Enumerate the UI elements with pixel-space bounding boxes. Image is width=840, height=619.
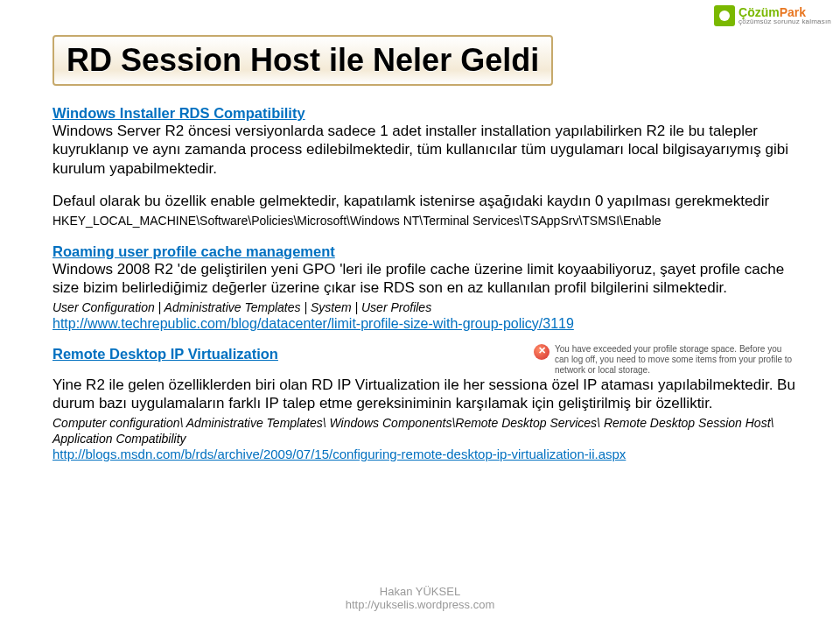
roaming-gpo-path: User Configuration | Administrative Temp… [52, 300, 796, 316]
title-box: RD Session Host ile Neler Geldi [52, 35, 553, 86]
roaming-url-link[interactable]: http://www.techrepublic.com/blog/datacen… [52, 316, 574, 331]
remoteip-p1: Yine R2 ile gelen özelliklerden biri ola… [52, 376, 796, 413]
error-icon [534, 344, 550, 360]
storage-warning-callout: You have exceeded your profile storage s… [534, 344, 796, 376]
heading-remoteip-link[interactable]: Remote Desktop IP Virtualization [52, 346, 278, 362]
slide-content: RD Session Host ile Neler Geldi Windows … [52, 35, 796, 471]
storage-warning-text: You have exceeded your profile storage s… [555, 344, 796, 376]
footer-url: http://yukselis.wordpress.com [0, 598, 840, 612]
remoteip-gpo-path: Computer configuration\ Administrative T… [52, 416, 796, 447]
heading-installer-link[interactable]: Windows Installer RDS Compatibility [52, 105, 305, 121]
section-roaming: Roaming user profile cache management Wi… [52, 243, 796, 332]
installer-p2: Defaul olarak bu özellik enable gelmekte… [52, 192, 796, 210]
remoteip-url-link[interactable]: http://blogs.msdn.com/b/rds/archive/2009… [52, 447, 626, 461]
section-installer: Windows Installer RDS Compatibility Wind… [52, 105, 796, 178]
roaming-p1: Windows 2008 R2 'de geliştirilen yeni GP… [52, 260, 796, 298]
page-title: RD Session Host ile Neler Geldi [66, 42, 539, 79]
section-installer-reg: Defaul olarak bu özellik enable gelmekte… [52, 192, 796, 229]
footer-author: Hakan YÜKSEL [0, 585, 840, 599]
slide-footer: Hakan YÜKSEL http://yukselis.wordpress.c… [0, 585, 840, 612]
installer-reg-path: HKEY_LOCAL_MACHINE\Software\Policies\Mic… [52, 214, 796, 229]
logo-tagline: çözümsüz sorunuz kalmasın [738, 18, 831, 25]
logo-mark-icon [714, 5, 735, 26]
logo-text: ÇözümPark çözümsüz sorunuz kalmasın [738, 6, 831, 25]
section-remote-ip: Remote Desktop IP Virtualization You hav… [52, 346, 796, 463]
brand-logo: ÇözümPark çözümsüz sorunuz kalmasın [714, 5, 831, 26]
installer-p1: Windows Server R2 öncesi versiyonlarda s… [52, 122, 796, 178]
heading-roaming-link[interactable]: Roaming user profile cache management [52, 243, 335, 259]
